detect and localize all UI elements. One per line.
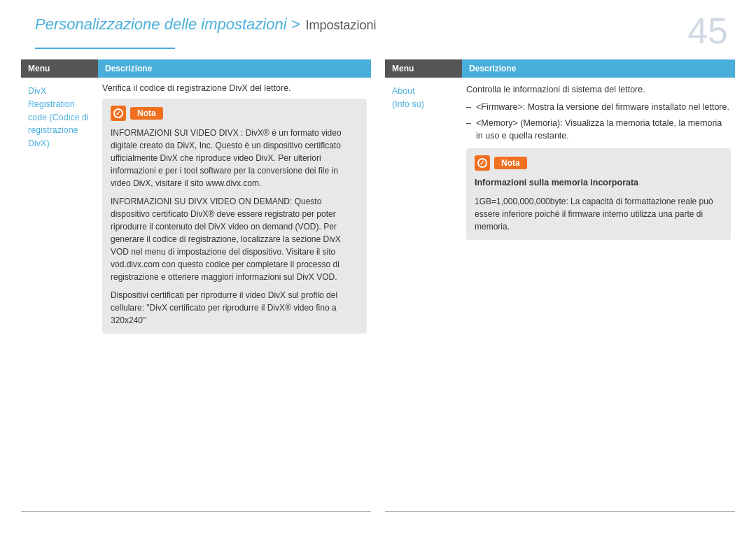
right-col-desc-header: Descrizione <box>462 59 735 78</box>
right-nota-text: Informazioni sulla memoria incorporata 1… <box>475 176 722 233</box>
right-col-menu-header: Menu <box>385 59 462 78</box>
left-nota-label: Nota <box>130 107 163 120</box>
header-sub-title: Impostazioni <box>306 18 377 33</box>
header-underline <box>35 48 175 49</box>
main-content: Menu Descrizione DivX Registration code … <box>21 59 735 512</box>
right-nota-icon-inner: ✓ <box>477 158 487 168</box>
right-nota-label: Nota <box>494 157 527 169</box>
right-menu-cell: About(Info su) <box>385 78 462 504</box>
right-nota-checkmark: ✓ <box>479 159 485 166</box>
left-nota-p2: INFORMAZIONI SU DIVX VIDEO ON DEMAND: Qu… <box>111 195 358 283</box>
left-col-menu-header: Menu <box>21 59 98 78</box>
page-header: Personalizzazione delle impostazioni > I… <box>35 15 377 34</box>
about-label: About(Info su) <box>392 86 424 109</box>
left-nota-p3: Dispositivi certificati per riprodurre i… <box>111 289 358 327</box>
header-main-title: Personalizzazione delle impostazioni > <box>35 15 300 34</box>
right-desc-list-item-1: <Firmware>: Mostra la versione del firmw… <box>466 101 731 114</box>
left-table-body: DivX Registration code (Codice di regist… <box>21 78 371 512</box>
right-table-header: Menu Descrizione <box>385 59 735 78</box>
left-nota-header: ✓ Nota <box>111 106 358 121</box>
left-nota-checkmark: ✓ <box>115 110 121 117</box>
page-number: 45 <box>687 13 728 49</box>
left-menu-cell: DivX Registration code (Codice di regist… <box>21 78 98 504</box>
right-nota-bold: Informazioni sulla memoria incorporata <box>475 176 722 190</box>
left-nota-icon: ✓ <box>111 106 126 121</box>
left-desc-cell: Verifica il codice di registrazione DivX… <box>98 78 371 504</box>
right-table-body: About(Info su) Controlla le informazioni… <box>385 78 735 512</box>
right-nota-icon: ✓ <box>475 155 490 171</box>
left-nota-icon-inner: ✓ <box>113 108 123 118</box>
left-table-header: Menu Descrizione <box>21 59 371 78</box>
right-desc-list-item-2: <Memory> (Memoria): Visualizza la memori… <box>466 117 731 143</box>
right-nota-body: 1GB=1,000,000,000byte: La capacità di fo… <box>475 195 722 233</box>
left-panel: Menu Descrizione DivX Registration code … <box>21 59 371 512</box>
left-nota-p1: INFORMAZIONI SUI VIDEO DIVX : DivX® è un… <box>111 127 358 190</box>
right-nota-header: ✓ Nota <box>475 155 722 171</box>
right-panel: Menu Descrizione About(Info su) Controll… <box>385 59 735 512</box>
left-desc-intro: Verifica il codice di registrazione DivX… <box>102 83 367 93</box>
right-desc-intro: Controlla le informazioni di sistema del… <box>466 83 731 97</box>
right-desc-cell: Controlla le informazioni di sistema del… <box>462 78 735 504</box>
left-nota-text: INFORMAZIONI SUI VIDEO DIVX : DivX® è un… <box>111 127 358 327</box>
left-nota-box: ✓ Nota INFORMAZIONI SUI VIDEO DIVX : Div… <box>102 99 367 334</box>
right-nota-box: ✓ Nota Informazioni sulla memoria incorp… <box>466 148 731 240</box>
right-desc-list: <Firmware>: Mostra la versione del firmw… <box>466 101 731 143</box>
left-col-desc-header: Descrizione <box>98 59 371 78</box>
